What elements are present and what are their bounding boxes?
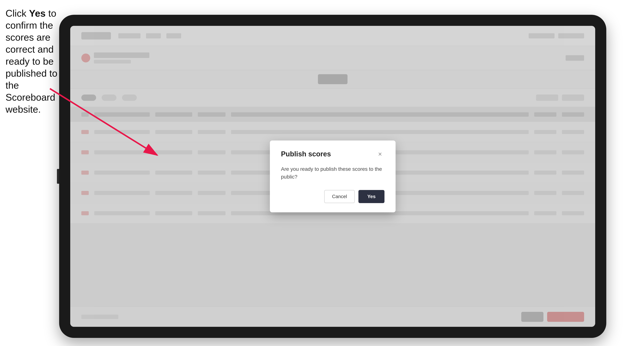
tablet-screen: Publish scores × Are you ready to publis… [70,26,595,327]
instruction-prefix: Click [6,8,29,19]
modal-close-button[interactable]: × [376,150,384,159]
modal-body: Are you ready to publish these scores to… [281,165,384,181]
tablet-side-button [57,169,59,184]
modal-overlay: Publish scores × Are you ready to publis… [70,26,595,327]
modal-dialog: Publish scores × Are you ready to publis… [270,141,396,212]
instruction-bold: Yes [29,8,46,19]
cancel-button[interactable]: Cancel [324,190,355,203]
instruction-text: Click Yes to confirm the scores are corr… [6,7,59,115]
modal-footer: Cancel Yes [281,190,384,203]
modal-header: Publish scores × [281,150,384,159]
instruction-suffix: to confirm the scores are correct and re… [6,8,57,115]
close-icon: × [378,150,382,158]
tablet-device: Publish scores × Are you ready to publis… [59,15,606,338]
modal-title: Publish scores [281,150,331,158]
yes-button[interactable]: Yes [358,190,384,203]
